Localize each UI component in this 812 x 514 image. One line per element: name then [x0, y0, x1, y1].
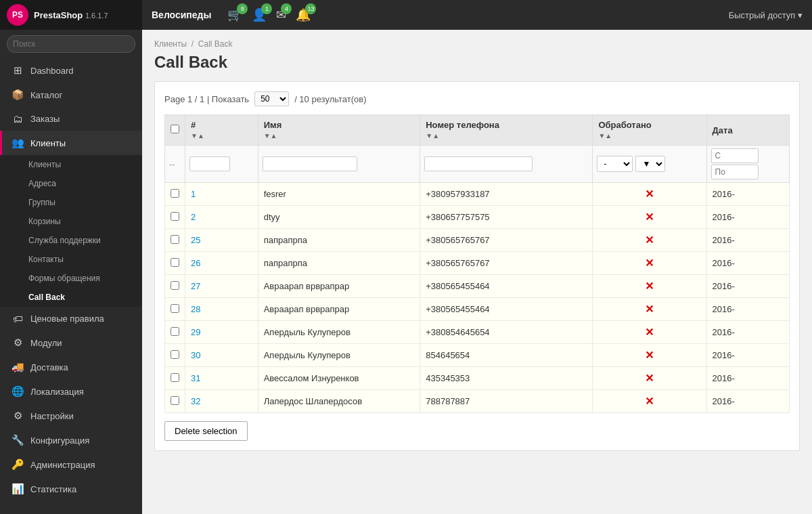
sidebar-item-modules[interactable]: ⚙ Модули — [0, 330, 142, 355]
row-checkbox[interactable] — [171, 373, 179, 382]
delete-selection-button[interactable]: Delete selection — [164, 421, 248, 441]
row-id[interactable]: 27 — [185, 275, 258, 298]
row-name: Авраарап врврапрар — [258, 298, 420, 321]
dashboard-icon: ⊞ — [12, 64, 24, 77]
breadcrumb: Клиенты / Call Back — [154, 39, 800, 49]
sidebar-item-groups[interactable]: Группы — [0, 193, 142, 212]
row-id[interactable]: 26 — [185, 252, 258, 275]
cart-button[interactable]: 🛒 8 — [227, 7, 242, 22]
sort-name-icon[interactable]: ▼▲ — [264, 132, 277, 140]
filter-status-select2[interactable]: ▼ — [635, 156, 665, 172]
localization-icon: 🌐 — [12, 385, 24, 398]
breadcrumb-parent[interactable]: Клиенты — [154, 39, 187, 49]
select-all-checkbox[interactable] — [171, 125, 179, 133]
breadcrumb-current: Call Back — [198, 39, 233, 49]
sort-phone-icon[interactable]: ▼▲ — [426, 132, 439, 140]
orders-icon: 🗂 — [12, 113, 24, 125]
sidebar-item-localization[interactable]: 🌐 Локализация — [0, 379, 142, 404]
not-processed-icon: ✕ — [645, 280, 654, 292]
data-table: # ▼▲ Имя ▼▲ Номер телефона ▼▲ Обработа — [164, 114, 790, 413]
sidebar-item-carts[interactable]: Корзины — [0, 212, 142, 231]
row-checkbox-cell — [165, 206, 185, 229]
filter-name-cell — [258, 146, 420, 183]
sidebar-item-settings[interactable]: ⚙ Настройки — [0, 404, 142, 428]
sidebar-item-forms[interactable]: Формы обращения — [0, 269, 142, 288]
logo-name: PrestaShop — [34, 10, 83, 20]
filter-id-input[interactable] — [189, 156, 230, 171]
row-checkbox[interactable] — [171, 350, 179, 359]
not-processed-icon: ✕ — [645, 257, 654, 269]
row-checkbox-cell — [165, 298, 185, 321]
row-checkbox[interactable] — [171, 235, 179, 244]
row-checkbox-cell — [165, 183, 185, 206]
email-button[interactable]: ✉ 4 — [276, 7, 286, 22]
row-phone: +380565765767 — [420, 252, 593, 275]
row-checkbox[interactable] — [171, 327, 179, 336]
sidebar-item-label: Заказы — [30, 114, 60, 124]
search-input[interactable] — [7, 35, 135, 53]
main-content: Велосипеды 🛒 8 👤 1 ✉ 4 🔔 13 Быстрый дост… — [142, 0, 812, 514]
filter-date-from[interactable] — [711, 148, 759, 163]
not-processed-icon: ✕ — [645, 303, 654, 315]
row-checkbox[interactable] — [171, 281, 179, 290]
filter-phone-input[interactable] — [424, 156, 533, 171]
settings-icon: ⚙ — [12, 410, 24, 422]
sidebar-item-label: Каталог — [30, 90, 62, 100]
row-name: fesrer — [258, 183, 420, 206]
sidebar-item-clients[interactable]: 👥 Клиенты — [0, 131, 142, 155]
row-id[interactable]: 30 — [185, 344, 258, 367]
person-button[interactable]: 👤 1 — [252, 7, 267, 22]
table-row: 31 Авессалом Изнуренков 435345353 ✕ 2016… — [165, 367, 790, 390]
sidebar-item-shipping[interactable]: 🚚 Доставка — [0, 355, 142, 379]
filter-date-cell — [706, 146, 789, 183]
row-checkbox[interactable] — [171, 396, 179, 405]
row-id[interactable]: 29 — [185, 321, 258, 344]
filter-date-to[interactable] — [711, 165, 759, 179]
row-checkbox[interactable] — [171, 304, 179, 313]
page-size-select[interactable]: 10 20 50 100 — [254, 91, 289, 106]
row-phone: 854645654 — [420, 344, 593, 367]
row-id[interactable]: 31 — [185, 367, 258, 390]
sidebar-item-admin[interactable]: 🔑 Администрация — [0, 452, 142, 477]
sidebar-item-addresses[interactable]: Адреса — [0, 174, 142, 193]
row-id[interactable]: 28 — [185, 298, 258, 321]
row-date: 2016- — [706, 183, 789, 206]
sidebar: PS PrestaShop 1.6.1.7 ⊞ Dashboard 📦 Ката… — [0, 0, 142, 514]
row-name: Лапердос Шлапердосов — [258, 390, 420, 413]
sidebar-item-clients-sub[interactable]: Клиенты — [0, 155, 142, 174]
filter-status-select[interactable]: - Да Нет — [597, 156, 633, 172]
row-checkbox-cell — [165, 229, 185, 252]
sidebar-item-label: Настройки — [30, 411, 74, 421]
row-phone: +380565455464 — [420, 298, 593, 321]
row-id[interactable]: 32 — [185, 390, 258, 413]
prices-icon: 🏷 — [12, 313, 24, 324]
table-row: 25 папрапрпа +380565765767 ✕ 2016- — [165, 229, 790, 252]
bell-badge: 13 — [305, 3, 316, 14]
row-id[interactable]: 25 — [185, 229, 258, 252]
sidebar-item-prices[interactable]: 🏷 Ценовые правила — [0, 307, 142, 330]
row-checkbox-cell — [165, 344, 185, 367]
row-checkbox[interactable] — [171, 212, 179, 221]
sidebar-item-dashboard[interactable]: ⊞ Dashboard — [0, 58, 142, 83]
filter-name-input[interactable] — [263, 156, 357, 171]
sidebar-item-contacts[interactable]: Контакты — [0, 250, 142, 269]
row-id[interactable]: 1 — [185, 183, 258, 206]
row-processed: ✕ — [593, 298, 706, 321]
row-id[interactable]: 2 — [185, 206, 258, 229]
sidebar-item-catalog[interactable]: 📦 Каталог — [0, 83, 142, 107]
row-checkbox[interactable] — [171, 258, 179, 267]
table-row: 26 папрапрпа +380565765767 ✕ 2016- — [165, 252, 790, 275]
bell-button[interactable]: 🔔 13 — [296, 7, 311, 22]
sort-id-icon[interactable]: ▼▲ — [191, 132, 204, 140]
search-box[interactable] — [0, 30, 142, 58]
row-checkbox[interactable] — [171, 189, 179, 198]
sidebar-item-callback[interactable]: Call Back — [0, 288, 142, 307]
row-date: 2016- — [706, 390, 789, 413]
row-phone: 788787887 — [420, 390, 593, 413]
sidebar-item-orders[interactable]: 🗂 Заказы — [0, 107, 142, 131]
sort-processed-icon[interactable]: ▼▲ — [598, 132, 612, 140]
sidebar-item-support[interactable]: Служба поддержки — [0, 231, 142, 250]
sidebar-item-config[interactable]: 🔧 Конфигурация — [0, 428, 142, 452]
quick-access-button[interactable]: Быстрый доступ ▾ — [729, 10, 803, 20]
sidebar-item-stats[interactable]: 📊 Статистика — [0, 477, 142, 501]
